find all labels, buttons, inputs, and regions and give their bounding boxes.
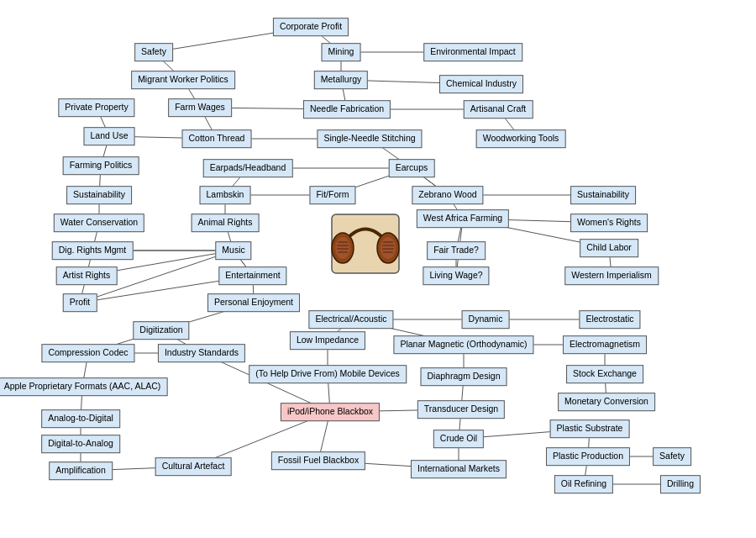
land-use-node: Land Use	[84, 127, 135, 145]
water-conservation-node: Water Conservation	[54, 214, 144, 232]
crude-oil-node: Crude Oil	[433, 430, 484, 448]
west-africa-farming-node: West Africa Farming	[417, 209, 509, 228]
lambskin-node: Lambskin	[200, 186, 251, 204]
electrical-acoustic-node: Electrical/Acoustic	[308, 310, 393, 329]
oil-refining-node: Oil Refining	[554, 475, 613, 493]
drilling-node: Drilling	[660, 475, 701, 493]
plastic-production-node: Plastic Production	[546, 447, 630, 466]
apple-proprietary-node: Apple Proprietary Formats (AAC, ALAC)	[0, 377, 167, 396]
earcups-node: Earcups	[389, 159, 435, 177]
stock-exchange-node: Stock Exchange	[566, 365, 643, 383]
woodworking-tools-node: Woodworking Tools	[476, 129, 566, 148]
environmental-impact-node: Environmental Impact	[423, 43, 522, 61]
digital-to-analog-node: Digital-to-Analog	[41, 435, 120, 453]
amplification-node: Amplification	[49, 462, 113, 480]
svg-point-82	[381, 237, 396, 259]
safety-bottom-node: Safety	[653, 447, 691, 466]
safety-top-node: Safety	[134, 43, 173, 61]
profit-node: Profit	[63, 293, 97, 312]
to-help-drive-node: (To Help Drive From) Mobile Devices	[249, 365, 407, 383]
electrostatic-node: Electrostatic	[579, 310, 640, 329]
metallurgy-node: Metallurgy	[314, 71, 368, 89]
svg-point-80	[335, 237, 350, 259]
music-node: Music	[215, 241, 251, 260]
low-impedance-node: Low Impedance	[290, 331, 365, 350]
private-property-node: Private Property	[58, 98, 134, 117]
dig-rights-mgmt-node: Dig. Rights Mgmt	[52, 241, 134, 260]
ipod-iphone-node: iPod/iPhone Blackbox	[281, 403, 380, 421]
western-imperialism-node: Western Imperialism	[564, 266, 659, 285]
sustainability-right-node: Sustainability	[570, 186, 636, 204]
plastic-substrate-node: Plastic Substrate	[550, 419, 630, 438]
analog-to-digital-node: Analog-to-Digital	[41, 409, 120, 428]
industry-standards-node: Industry Standards	[158, 344, 245, 362]
transducer-design-node: Transducer Design	[417, 400, 505, 419]
fair-trade-node: Fair Trade?	[427, 241, 486, 260]
farm-wages-node: Farm Wages	[168, 98, 232, 117]
needle-fabrication-node: Needle Fabrication	[303, 100, 391, 119]
animal-rights-node: Animal Rights	[192, 214, 260, 232]
living-wage-node: Living Wage?	[423, 266, 489, 285]
fit-form-node: Fit/Form	[309, 186, 355, 204]
artist-rights-node: Artist Rights	[56, 266, 118, 285]
diaphragm-design-node: Diaphragm Design	[421, 367, 507, 386]
mining-node: Mining	[322, 43, 361, 61]
entertainment-node: Entertainment	[218, 266, 286, 285]
personal-enjoyment-node: Personal Enjoyment	[207, 293, 300, 312]
earpads-headband-node: Earpads/Headband	[203, 159, 293, 177]
monetary-conversion-node: Monetary Conversion	[558, 393, 655, 411]
womens-rights-node: Women's Rights	[570, 214, 648, 232]
cotton-thread-node: Cotton Thread	[182, 129, 252, 148]
corporate-profit-node: Corporate Profit	[273, 18, 349, 36]
digitization-node: Digitization	[133, 321, 189, 340]
compression-codec-node: Compression Codec	[41, 344, 134, 362]
electromagnetism-node: Electromagnetism	[563, 335, 647, 354]
fossil-fuel-blackbox-node: Fossil Fuel Blackbox	[271, 451, 365, 470]
planar-magnetic-node: Planar Magnetic (Orthodynamic)	[393, 335, 533, 354]
artisanal-craft-node: Artisanal Craft	[464, 100, 533, 119]
sustainability-left-node: Sustainability	[66, 186, 132, 204]
international-markets-node: International Markets	[411, 460, 507, 478]
headphone-image	[328, 210, 403, 277]
migrant-worker-node: Migrant Worker Politics	[131, 71, 235, 89]
chemical-industry-node: Chemical Industry	[439, 75, 523, 93]
dynamic-node: Dynamic	[462, 310, 510, 329]
child-labor-node: Child Labor	[580, 239, 638, 257]
farming-politics-node: Farming Politics	[63, 156, 139, 175]
cultural-artefact-node: Cultural Artefact	[155, 457, 232, 476]
zebrano-wood-node: Zebrano Wood	[412, 186, 483, 204]
single-needle-node: Single-Needle Stitching	[317, 129, 422, 148]
